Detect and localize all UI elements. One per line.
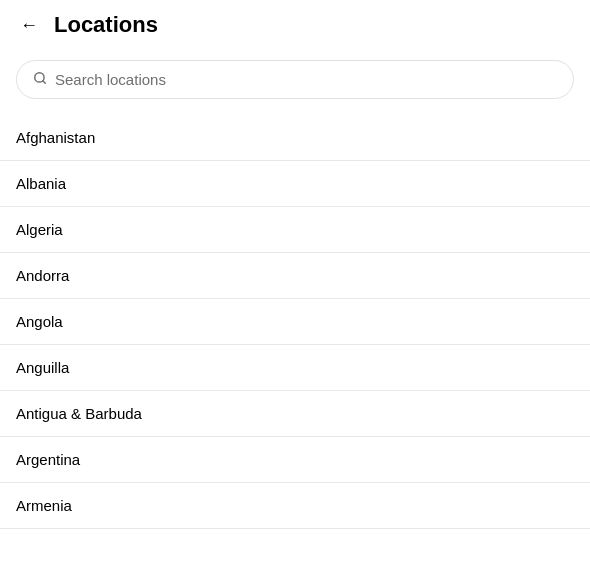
search-input[interactable] (55, 71, 557, 88)
back-button[interactable]: ← (16, 11, 42, 40)
search-bar[interactable] (16, 60, 574, 99)
main-content[interactable]: ← Locations AfghanistanAlbaniaAlgeriaAnd… (0, 0, 590, 583)
list-item[interactable]: Andorra (0, 253, 590, 299)
page-title: Locations (54, 12, 158, 38)
page-container: ← Locations AfghanistanAlbaniaAlgeriaAnd… (0, 0, 590, 583)
search-icon (33, 71, 47, 88)
list-item[interactable]: Albania (0, 161, 590, 207)
list-item[interactable]: Argentina (0, 437, 590, 483)
list-item[interactable]: Afghanistan (0, 115, 590, 161)
list-item[interactable]: Algeria (0, 207, 590, 253)
list-item[interactable]: Armenia (0, 483, 590, 529)
header: ← Locations (0, 0, 590, 50)
location-list: AfghanistanAlbaniaAlgeriaAndorraAngolaAn… (0, 115, 590, 529)
svg-line-1 (43, 81, 46, 84)
list-item[interactable]: Anguilla (0, 345, 590, 391)
list-item[interactable]: Angola (0, 299, 590, 345)
search-container (0, 50, 590, 115)
list-item[interactable]: Antigua & Barbuda (0, 391, 590, 437)
back-arrow-icon: ← (20, 15, 38, 36)
